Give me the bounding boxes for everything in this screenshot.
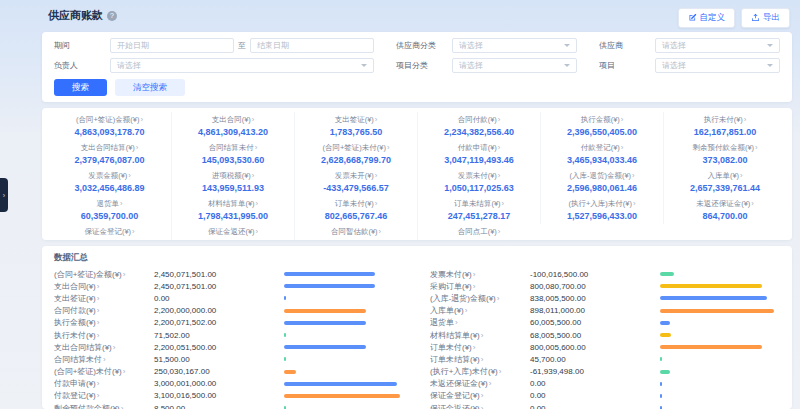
metric-cell[interactable]: 订单未付(¥)›802,665,767.46 <box>294 196 417 224</box>
summary-row-label[interactable]: 支出合同结算(¥)› <box>54 342 154 353</box>
summary-row-label[interactable]: 保证金登记(¥)› <box>430 390 530 401</box>
summary-row-label[interactable]: 退货单› <box>430 317 530 328</box>
metric-label: 订单未付(¥)› <box>297 199 415 209</box>
summary-row-bar <box>284 333 404 337</box>
owner-select[interactable]: 请选择 <box>110 58 374 73</box>
project-select[interactable]: 请选择 <box>655 58 780 73</box>
summary-row-value: 2,200,071,502.00 <box>154 318 284 327</box>
metric-value: 1,798,431,995.00 <box>174 210 292 222</box>
summary-row-label[interactable]: 执行金额(¥)› <box>54 317 154 328</box>
supplier-category-select[interactable]: 请选择 <box>452 38 577 53</box>
sidebar-collapse-handle[interactable]: › <box>0 178 8 212</box>
metric-cell[interactable]: 剩余预付款金额(¥)›373,082.00 <box>663 140 786 168</box>
summary-row: (入库-退货)金额(¥)›838,005,500.00 <box>430 292 780 304</box>
chevron-right-icon: › <box>498 227 501 236</box>
summary-row: (合同+签证)金额(¥)›2,450,071,501.00 <box>54 268 404 280</box>
summary-row-label[interactable]: 支出合同(¥)› <box>54 281 154 292</box>
clear-search-button[interactable]: 清空搜索 <box>115 79 185 96</box>
summary-row: 订单未结算(¥)›45,700.00 <box>430 353 780 365</box>
help-icon[interactable]: ? <box>107 11 117 21</box>
end-date-input[interactable] <box>250 38 374 53</box>
search-button[interactable]: 搜索 <box>54 79 107 96</box>
summary-row-label[interactable]: 合同付款(¥)› <box>54 305 154 316</box>
metric-cell[interactable]: 发票未付(¥)›1,050,117,025.63 <box>417 168 540 196</box>
summary-row-label[interactable]: (合同+签证)未付(¥)› <box>54 366 154 377</box>
summary-row-bar <box>284 357 404 361</box>
summary-row-value: 0.00 <box>530 404 660 409</box>
summary-row-bar <box>660 284 780 288</box>
summary-panel: 数据汇总 (合同+签证)金额(¥)›2,450,071,501.00支出合同(¥… <box>42 246 792 409</box>
metric-cell[interactable]: (入库-退货)金额(¥)›2,596,980,061.46 <box>540 168 663 196</box>
metric-cell[interactable]: 发票金额(¥)›3,032,456,486.89 <box>48 168 171 196</box>
metric-cell[interactable]: 退货单›60,359,700.00 <box>48 196 171 224</box>
chevron-right-icon: › <box>97 306 100 315</box>
project-placeholder: 请选择 <box>662 60 686 71</box>
metric-cell[interactable]: 入库单(¥)›2,657,339,761.44 <box>663 168 786 196</box>
metric-cell[interactable]: (执行+入库)未付(¥)›1,527,596,433.00 <box>540 196 663 224</box>
summary-row: 未返还保证金(¥)›0.00 <box>430 378 780 390</box>
supplier-select[interactable]: 请选择 <box>655 38 780 53</box>
start-date-input[interactable] <box>110 38 234 53</box>
summary-row-label[interactable]: 付款登记(¥)› <box>54 390 154 401</box>
metric-cell[interactable]: 保证金返还(¥)›125,300.00 <box>171 224 294 240</box>
metric-cell[interactable]: (合同+签证)未付(¥)›2,628,668,799.70 <box>294 140 417 168</box>
summary-row-label[interactable]: (入库-退货)金额(¥)› <box>430 293 530 304</box>
summary-row-bar <box>660 382 780 386</box>
metric-cell[interactable]: 合同结算未付›145,093,530.60 <box>171 140 294 168</box>
summary-row-label[interactable]: 付款申请(¥)› <box>54 378 154 389</box>
metric-cell[interactable]: 材料结算单(¥)›1,798,431,995.00 <box>171 196 294 224</box>
chevron-right-icon: › <box>481 391 484 400</box>
chevron-right-icon: › <box>744 115 747 124</box>
chevron-right-icon: › <box>498 171 501 180</box>
metric-label: 合同点工(¥)› <box>420 227 538 237</box>
summary-row: 剩余预付款金额(¥)›8,500.00 <box>54 402 404 409</box>
metric-cell[interactable]: 保证金登记(¥)›990,000.00 <box>48 224 171 240</box>
summary-row-label[interactable]: 支出签证(¥)› <box>54 293 154 304</box>
metric-cell[interactable]: 支出合同(¥)›4,861,309,413.20 <box>171 112 294 140</box>
chevron-right-icon: › <box>379 227 382 236</box>
summary-row-label[interactable]: 入库单(¥)› <box>430 305 530 316</box>
summary-row-value: 0.00 <box>530 379 660 388</box>
summary-row-label[interactable]: 保证金返还(¥)› <box>430 403 530 409</box>
summary-row-label[interactable]: 材料结算单(¥)› <box>430 330 530 341</box>
customize-button[interactable]: 自定义 <box>678 8 736 28</box>
metric-label: 进项税额(¥)› <box>174 171 292 181</box>
summary-row-label[interactable]: (合同+签证)金额(¥)› <box>54 269 154 280</box>
summary-row-label[interactable]: 发票未付(¥)› <box>430 269 530 280</box>
metric-cell[interactable]: 合同点工(¥)›44,800.00 <box>417 224 540 240</box>
metric-cell[interactable]: 付款申请(¥)›3,047,119,493.46 <box>417 140 540 168</box>
metric-cell[interactable]: 合同暂估款(¥)›41,836.00 <box>294 224 417 240</box>
metric-cell[interactable]: 付款登记(¥)›3,465,934,033.46 <box>540 140 663 168</box>
metric-cell[interactable]: 支出合同结算(¥)›2,379,476,087.00 <box>48 140 171 168</box>
summary-row-label[interactable]: 订单未结算(¥)› <box>430 354 530 365</box>
metric-label: 支出签证(¥)› <box>297 115 415 125</box>
metric-cell[interactable]: 执行未付(¥)›162,167,851.00 <box>663 112 786 140</box>
metric-label: 执行金额(¥)› <box>543 115 661 125</box>
metric-cell[interactable]: 执行金额(¥)›2,396,550,405.00 <box>540 112 663 140</box>
chevron-down-icon <box>564 44 570 47</box>
project-category-select[interactable]: 请选择 <box>452 58 577 73</box>
summary-row-label[interactable]: 未返还保证金(¥)› <box>430 378 530 389</box>
chevron-right-icon: › <box>120 199 123 208</box>
metric-value: 4,863,093,178.70 <box>50 126 169 138</box>
summary-row-label[interactable]: 采购订单(¥)› <box>430 281 530 292</box>
metric-label: 未返还保证金(¥)› <box>666 199 784 209</box>
export-button[interactable]: 导出 <box>741 8 790 28</box>
supplier-category-placeholder: 请选择 <box>459 40 483 51</box>
summary-row-label[interactable]: 订单未付(¥)› <box>430 342 530 353</box>
metric-cell[interactable]: 订单未结算(¥)›247,451,278.17 <box>417 196 540 224</box>
metric-cell[interactable]: 未返还保证金(¥)›864,700.00 <box>663 196 786 224</box>
chevron-right-icon: › <box>499 367 502 376</box>
summary-row-value: -100,016,500.00 <box>530 270 660 279</box>
summary-row-label[interactable]: 合同结算未付› <box>54 354 154 365</box>
metric-cell[interactable]: 进项税额(¥)›143,959,511.93 <box>171 168 294 196</box>
metric-cell[interactable]: 合同付款(¥)›2,234,382,556.40 <box>417 112 540 140</box>
summary-row-label[interactable]: 剩余预付款金额(¥)› <box>54 403 154 409</box>
metric-cell[interactable]: 发票未开(¥)›-433,479,566.57 <box>294 168 417 196</box>
summary-row-value: 68,005,500.00 <box>530 331 660 340</box>
metric-cell[interactable]: (合同+签证)金额(¥)›4,863,093,178.70 <box>48 112 171 140</box>
summary-row-label[interactable]: (执行+入库)未付(¥)› <box>430 366 530 377</box>
metric-cell[interactable]: 支出签证(¥)›1,783,765.50 <box>294 112 417 140</box>
summary-row-bar <box>660 370 780 374</box>
summary-row-label[interactable]: 执行未付(¥)› <box>54 330 154 341</box>
